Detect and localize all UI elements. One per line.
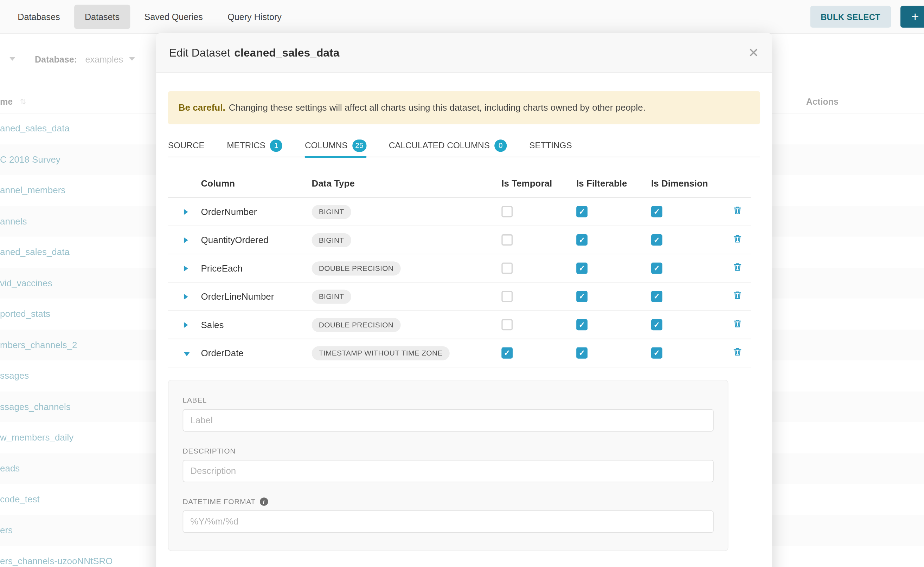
column-name: OrderLineNumber (201, 291, 312, 302)
col-header-is-temporal: Is Temporal (501, 178, 576, 189)
datetime-format-field-label: DATETIME FORMAT i (183, 498, 714, 506)
expand-caret-icon[interactable] (184, 293, 188, 299)
is-filterable-checkbox[interactable]: ✓ (576, 319, 587, 330)
tab-count-badge: 1 (270, 139, 282, 152)
column-row: QuantityOrderedBIGINT✓✓ (168, 226, 751, 254)
is-temporal-checkbox[interactable] (501, 319, 513, 330)
is-filterable-checkbox[interactable]: ✓ (576, 291, 587, 302)
columns-table-rows: OrderNumberBIGINT✓✓QuantityOrderedBIGINT… (168, 198, 751, 368)
label-field-label: LABEL (183, 396, 714, 404)
nav-item-query-history[interactable]: Query History (217, 4, 292, 29)
data-type-pill: BIGINT (312, 233, 351, 247)
tab-label: COLUMNS (305, 141, 348, 150)
modal-header: Edit Dataset cleaned_sales_data ✕ (156, 33, 772, 73)
is-temporal-checkbox[interactable] (501, 291, 513, 302)
is-dimension-checkbox[interactable]: ✓ (651, 291, 662, 302)
info-icon[interactable]: i (259, 498, 268, 506)
expand-caret-icon[interactable] (184, 265, 188, 271)
is-dimension-checkbox[interactable]: ✓ (651, 347, 662, 358)
is-dimension-checkbox[interactable]: ✓ (651, 206, 662, 218)
delete-column-icon[interactable] (732, 347, 742, 357)
column-name: Sales (201, 320, 312, 330)
column-row: OrderDateTIMESTAMP WITHOUT TIME ZONE✓✓✓ (168, 339, 751, 367)
datetime-format-field: DATETIME FORMAT i (183, 498, 714, 533)
modal-title-dataset-name: cleaned_sales_data (234, 46, 339, 59)
modal-tabs: SOURCEMETRICS1COLUMNS25CALCULATED COLUMN… (168, 134, 760, 157)
data-type-pill: TIMESTAMP WITHOUT TIME ZONE (312, 346, 450, 360)
col-header-data-type: Data Type (312, 178, 502, 189)
data-type-pill: DOUBLE PRECISION (312, 261, 401, 275)
tab-source[interactable]: SOURCE (168, 134, 205, 157)
delete-column-icon[interactable] (732, 206, 742, 215)
warning-banner-bold: Be careful. (179, 103, 226, 113)
description-field: DESCRIPTION (183, 447, 714, 482)
is-filterable-checkbox[interactable]: ✓ (576, 347, 587, 358)
screen: Database: examples me ⇅ Actions aned_sal… (0, 0, 924, 567)
col-header-is-dimension: Is Dimension (651, 178, 732, 189)
tab-metrics[interactable]: METRICS1 (227, 134, 282, 157)
column-name: OrderDate (201, 348, 312, 358)
column-row: OrderNumberBIGINT✓✓ (168, 198, 751, 226)
edit-dataset-modal: Edit Dataset cleaned_sales_data ✕ Be car… (156, 33, 772, 567)
modal-body: Be careful. Changing these settings will… (156, 73, 772, 551)
delete-column-icon[interactable] (732, 262, 742, 272)
description-field-label: DESCRIPTION (183, 447, 714, 455)
datetime-format-input[interactable] (183, 510, 714, 533)
tab-label: CALCULATED COLUMNS (389, 141, 490, 150)
columns-table-header: Column Data Type Is Temporal Is Filterab… (168, 170, 751, 198)
tab-columns[interactable]: COLUMNS25 (305, 134, 366, 157)
label-field: LABEL (183, 396, 714, 432)
nav-items: DatabasesDatasetsSaved QueriesQuery Hist… (7, 4, 296, 29)
column-detail-panel: LABEL DESCRIPTION DATETIME FORMAT i (168, 380, 728, 551)
label-input[interactable] (183, 409, 714, 432)
is-dimension-checkbox[interactable]: ✓ (651, 234, 662, 246)
tab-label: SOURCE (168, 141, 205, 150)
col-header-column: Column (201, 178, 312, 189)
column-name: PriceEach (201, 263, 312, 273)
is-dimension-checkbox[interactable]: ✓ (651, 319, 662, 330)
is-filterable-checkbox[interactable]: ✓ (576, 206, 587, 218)
description-input[interactable] (183, 460, 714, 482)
is-filterable-checkbox[interactable]: ✓ (576, 234, 587, 246)
data-type-pill: DOUBLE PRECISION (312, 318, 401, 332)
data-type-pill: BIGINT (312, 290, 351, 303)
is-dimension-checkbox[interactable]: ✓ (651, 263, 662, 274)
column-name: QuantityOrdered (201, 235, 312, 245)
tab-settings[interactable]: SETTINGS (529, 134, 572, 157)
col-header-is-filterable: Is Filterable (576, 178, 651, 189)
data-type-pill: BIGINT (312, 204, 351, 219)
is-temporal-checkbox[interactable] (501, 234, 513, 246)
collapse-caret-icon[interactable] (184, 352, 190, 356)
nav-item-databases[interactable]: Databases (7, 4, 71, 29)
tab-count-badge: 0 (494, 139, 507, 152)
warning-banner: Be careful. Changing these settings will… (168, 92, 760, 124)
column-name: OrderNumber (201, 206, 312, 217)
is-temporal-checkbox[interactable] (501, 263, 513, 274)
tab-label: METRICS (227, 141, 265, 150)
is-temporal-checkbox[interactable]: ✓ (501, 347, 513, 358)
delete-column-icon[interactable] (732, 290, 742, 300)
expand-caret-icon[interactable] (184, 322, 188, 328)
delete-column-icon[interactable] (732, 319, 742, 328)
delete-column-icon[interactable] (732, 234, 742, 243)
expand-caret-icon[interactable] (184, 208, 188, 214)
is-temporal-checkbox[interactable] (501, 206, 513, 218)
expand-caret-icon[interactable] (184, 237, 188, 243)
tab-label: SETTINGS (529, 141, 572, 150)
column-row: SalesDOUBLE PRECISION✓✓ (168, 311, 751, 339)
tab-count-badge: 25 (352, 139, 366, 152)
tab-calculated-columns[interactable]: CALCULATED COLUMNS0 (389, 134, 507, 157)
nav-item-datasets[interactable]: Datasets (74, 4, 131, 29)
column-row: OrderLineNumberBIGINT✓✓ (168, 282, 751, 310)
modal-title: Edit Dataset (169, 46, 230, 59)
bulk-select-button[interactable]: BULK SELECT (810, 6, 891, 28)
warning-banner-text: Changing these settings will affect all … (229, 103, 646, 113)
add-dataset-button[interactable]: + (900, 6, 924, 28)
column-row: PriceEachDOUBLE PRECISION✓✓ (168, 254, 751, 282)
columns-table: Column Data Type Is Temporal Is Filterab… (168, 170, 751, 367)
datetime-format-label-text: DATETIME FORMAT (183, 498, 256, 506)
is-filterable-checkbox[interactable]: ✓ (576, 263, 587, 274)
top-navbar: DatabasesDatasetsSaved QueriesQuery Hist… (0, 0, 924, 34)
nav-item-saved-queries[interactable]: Saved Queries (134, 4, 214, 29)
close-icon[interactable]: ✕ (748, 46, 759, 59)
